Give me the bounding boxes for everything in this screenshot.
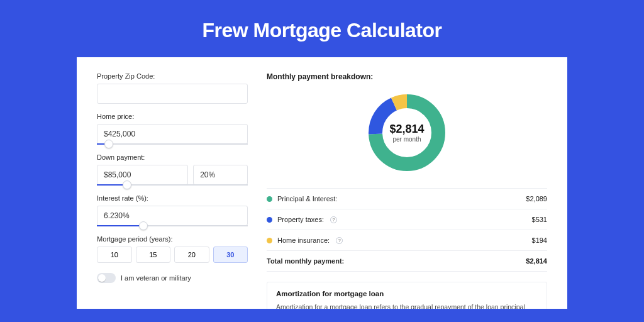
legend-swatch (267, 196, 272, 202)
legend-value: $2,089 (526, 195, 547, 203)
page-title: Frew Mortgage Calculator (0, 0, 644, 57)
donut-wrap: $2,814 per month (267, 89, 547, 177)
rate-field: Interest rate (%): (97, 194, 248, 226)
period-option-20[interactable]: 20 (174, 247, 209, 263)
legend-row: Property taxes:?$531 (267, 209, 547, 230)
period-field: Mortgage period (years): 10152030 (97, 235, 248, 263)
info-icon[interactable]: ? (330, 216, 337, 223)
period-option-30[interactable]: 30 (213, 247, 248, 263)
period-row: 10152030 (97, 247, 248, 263)
calculator-card: Property Zip Code: Home price: Down paym… (77, 57, 567, 309)
info-icon[interactable]: ? (336, 237, 343, 244)
legend-total-label: Total monthly payment: (267, 257, 344, 265)
donut-amount: $2,814 (389, 123, 424, 136)
donut-chart: $2,814 per month (366, 92, 448, 174)
rate-slider-fill (97, 225, 143, 226)
legend-label: Home insurance: (277, 236, 330, 244)
legend-total-value: $2,814 (526, 257, 547, 265)
price-label: Home price: (97, 113, 248, 120)
legend-total-row: Total monthly payment:$2,814 (267, 251, 547, 272)
down-slider-thumb[interactable] (123, 180, 131, 189)
donut-center: $2,814 per month (366, 92, 448, 174)
veteran-toggle[interactable] (97, 273, 116, 283)
veteran-row: I am veteran or military (97, 273, 248, 283)
legend-value: $194 (532, 236, 547, 244)
legend-value: $531 (532, 216, 547, 223)
zip-field: Property Zip Code: (97, 72, 248, 104)
price-slider[interactable] (97, 143, 248, 145)
amortization-box: Amortization for mortgage loan Amortizat… (267, 282, 547, 309)
legend-label: Property taxes: (277, 216, 324, 223)
legend: Principal & Interest:$2,089Property taxe… (267, 188, 547, 272)
veteran-label: I am veteran or military (121, 274, 191, 282)
down-percent-input[interactable] (193, 165, 248, 185)
rate-slider[interactable] (97, 225, 248, 226)
period-option-15[interactable]: 15 (136, 247, 171, 263)
period-option-10[interactable]: 10 (97, 247, 132, 263)
zip-input[interactable] (97, 84, 248, 104)
price-input[interactable] (97, 124, 248, 144)
zip-label: Property Zip Code: (97, 72, 248, 80)
legend-swatch (267, 217, 272, 223)
form-panel: Property Zip Code: Home price: Down paym… (97, 72, 248, 309)
down-field: Down payment: (97, 153, 248, 186)
amortization-title: Amortization for mortgage loan (276, 290, 538, 297)
down-amount-input[interactable] (97, 165, 188, 185)
legend-row: Home insurance:?$194 (267, 230, 547, 251)
down-slider[interactable] (97, 184, 248, 186)
down-label: Down payment: (97, 153, 248, 161)
rate-input[interactable] (97, 206, 248, 226)
price-field: Home price: (97, 113, 248, 145)
period-label: Mortgage period (years): (97, 235, 248, 243)
price-slider-thumb[interactable] (104, 140, 113, 148)
legend-swatch (267, 238, 272, 243)
legend-row: Principal & Interest:$2,089 (267, 189, 547, 209)
donut-sub: per month (392, 136, 421, 143)
breakdown-title: Monthly payment breakdown: (267, 72, 547, 81)
rate-slider-thumb[interactable] (139, 221, 148, 230)
rate-label: Interest rate (%): (97, 194, 248, 202)
legend-label: Principal & Interest: (277, 195, 337, 203)
breakdown-panel: Monthly payment breakdown: $2,814 per mo… (267, 72, 547, 309)
amortization-text: Amortization for a mortgage loan refers … (276, 303, 538, 309)
